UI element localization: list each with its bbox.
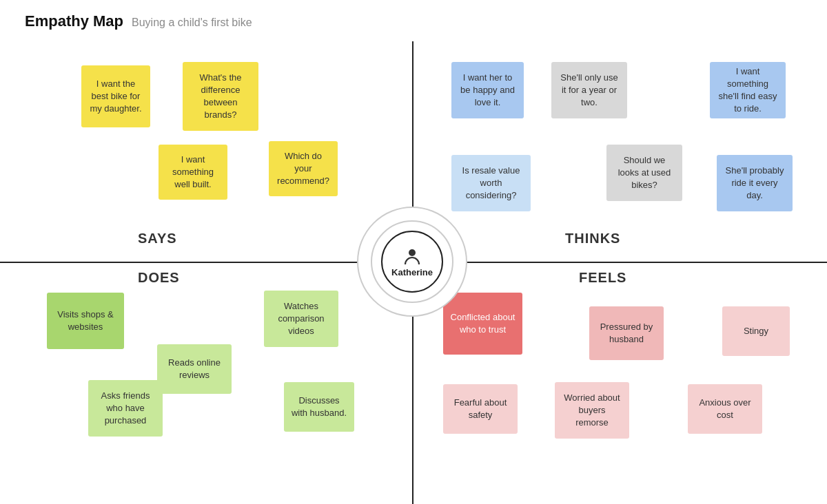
sticky-does-2: Reads online reviews — [157, 344, 232, 394]
sticky-does-3: Watches comparison videos — [264, 291, 338, 347]
sticky-feels-3: Stingy — [722, 306, 790, 356]
sticky-feels-1: Conflicted about who to trust — [443, 293, 522, 355]
sticky-says-1: I want the best bike for my daughter. — [81, 65, 150, 127]
empathy-map: Empathy Map Buying a child's first bike … — [0, 0, 827, 504]
says-label: SAYS — [138, 231, 177, 246]
thinks-label: THINKS — [565, 231, 620, 246]
person-icon — [402, 246, 422, 266]
sticky-does-1: Visits shops & websites — [47, 293, 124, 349]
sticky-feels-4: Fearful about safety — [443, 384, 518, 434]
title-area: Empathy Map Buying a child's first bike — [25, 12, 252, 30]
sticky-feels-2: Pressured by husband — [589, 306, 664, 360]
sticky-thinks-5: Should we looks at used bikes? — [606, 145, 682, 201]
sticky-says-4: Which do your recommend? — [269, 141, 338, 196]
sticky-feels-5: Worried about buyers remorse — [555, 382, 629, 439]
does-label: DOES — [138, 270, 180, 286]
sticky-thinks-1: I want her to be happy and love it. — [451, 62, 524, 118]
sticky-feels-6: Anxious over cost — [688, 384, 762, 434]
center-name: Katherine — [391, 267, 433, 277]
sticky-does-4: Asks friends who have purchased — [88, 380, 163, 437]
sticky-does-5: Discusses with husband. — [284, 382, 354, 432]
center-circle-inner: Katherine — [381, 231, 443, 293]
title-sub: Buying a child's first bike — [132, 17, 252, 29]
sticky-thinks-3: I want something she'll find easy to rid… — [710, 62, 786, 118]
title-main: Empathy Map — [25, 12, 123, 30]
sticky-says-2: What's the difference between brands? — [183, 62, 258, 131]
feels-label: FEELS — [579, 270, 626, 286]
sticky-thinks-6: She'll probably ride it every day. — [717, 155, 793, 211]
sticky-thinks-2: She'll only use it for a year or two. — [551, 62, 627, 118]
sticky-thinks-4: Is resale value worth considering? — [451, 155, 531, 211]
svg-point-0 — [409, 249, 416, 256]
sticky-says-3: I want something well built. — [159, 145, 227, 200]
